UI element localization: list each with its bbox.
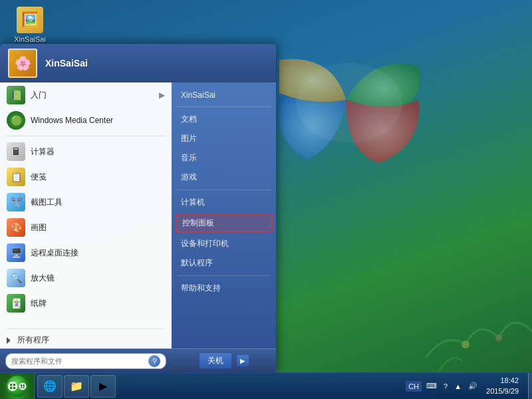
- all-programs-label: 所有程序: [17, 334, 49, 346]
- start-menu-footer: ⚲ 关机 ▶: [0, 348, 276, 372]
- svg-rect-5: [13, 384, 15, 386]
- solitaire-icon: 🃏: [7, 294, 25, 313]
- system-tray: CH ⌨ ? ▲ 🔊 18:42 2015/9/29: [400, 373, 528, 400]
- tray-volume-icon[interactable]: 🔊: [466, 380, 479, 392]
- media-icon: ▶: [96, 380, 110, 393]
- notepad-label: 便笺: [31, 172, 47, 183]
- all-programs-arrow: [7, 337, 13, 344]
- right-divider-1: [177, 106, 271, 107]
- right-item-pictures[interactable]: 图片: [172, 129, 276, 148]
- snip-icon: ✂️: [7, 193, 25, 211]
- shutdown-arrow-button[interactable]: ▶: [237, 355, 249, 366]
- tray-date: 2015/9/29: [486, 386, 519, 396]
- right-item-help[interactable]: 帮助和支持: [172, 279, 276, 298]
- intro-icon: 📗: [7, 86, 25, 104]
- taskbar-items: 🌐 📁 ▶: [35, 375, 400, 398]
- svg-point-0: [296, 63, 402, 143]
- tray-clock[interactable]: 18:42 2015/9/29: [482, 374, 523, 398]
- footer-left: ⚲: [0, 348, 172, 372]
- menu-item-rdp[interactable]: 🖥️ 远程桌面连接: [0, 240, 172, 265]
- menu-item-wmc[interactable]: 🟢 Windows Media Center: [0, 108, 172, 133]
- solitaire-label: 纸牌: [31, 298, 47, 309]
- tray-keyboard-icon: ⌨: [424, 380, 439, 392]
- divider-2: [7, 329, 165, 329]
- taskbar-media-button[interactable]: ▶: [90, 375, 116, 398]
- svg-point-2: [495, 334, 502, 341]
- svg-point-1: [462, 340, 469, 348]
- wmc-icon: 🟢: [7, 111, 25, 130]
- explorer-icon: 📁: [70, 380, 83, 393]
- magnifier-label: 放大镜: [31, 273, 55, 284]
- menu-item-calc[interactable]: 🖩 计算器: [0, 139, 172, 164]
- menu-item-snip[interactable]: ✂️ 截图工具: [0, 190, 172, 215]
- calc-icon: 🖩: [7, 142, 25, 161]
- tray-help-icon[interactable]: ?: [442, 381, 450, 392]
- footer-right: 关机 ▶: [172, 348, 276, 372]
- rdp-label: 远程桌面连接: [31, 247, 78, 259]
- right-item-username[interactable]: XinSaiSai: [172, 86, 276, 104]
- start-menu-header: 🌸 XinSaiSai: [0, 44, 276, 82]
- shutdown-button[interactable]: 关机: [200, 353, 231, 368]
- all-programs-item[interactable]: 所有程序: [0, 332, 172, 348]
- start-menu-body: 📗 入门 ▶ 🟢 Windows Media Center 🖩: [0, 82, 276, 348]
- svg-rect-6: [10, 386, 12, 388]
- menu-item-notepad[interactable]: 📋 便笺: [0, 164, 172, 190]
- right-item-music[interactable]: 音乐: [172, 148, 276, 168]
- show-desktop-button[interactable]: [528, 373, 532, 400]
- tray-network-icon[interactable]: ▲: [452, 381, 464, 392]
- search-input[interactable]: [11, 357, 146, 365]
- paint-icon: 🎨: [7, 218, 25, 237]
- paint-label: 画图: [31, 222, 47, 233]
- tray-time: 18:42: [486, 376, 519, 386]
- rdp-icon: 🖥️: [7, 243, 25, 262]
- user-avatar: 🌸: [8, 49, 37, 78]
- desktop-icon-label: XinSaiSai: [14, 35, 46, 43]
- right-item-documents[interactable]: 文档: [172, 110, 276, 129]
- right-item-defaults[interactable]: 默认程序: [172, 253, 276, 273]
- right-divider-3: [177, 275, 271, 276]
- svg-rect-7: [13, 386, 15, 388]
- menu-item-magnifier[interactable]: 🔍 放大镜: [0, 265, 172, 291]
- divider-1: [7, 136, 165, 136]
- start-button[interactable]: [0, 373, 35, 400]
- svg-rect-4: [10, 384, 12, 386]
- ie-icon: 🌐: [43, 380, 57, 393]
- desktop-icon-image: 🖼️: [17, 7, 43, 33]
- spacer: [0, 316, 172, 326]
- right-item-devices[interactable]: 设备和打印机: [172, 234, 276, 253]
- calc-label: 计算器: [31, 146, 55, 158]
- taskbar: 🌐 📁 ▶ CH ⌨ ? ▲ 🔊 18:42 2015/9/29: [0, 372, 532, 399]
- right-item-computer[interactable]: 计算机: [172, 193, 276, 212]
- username-label: XinSaiSai: [45, 58, 88, 68]
- menu-item-solitaire[interactable]: 🃏 纸牌: [0, 291, 172, 316]
- intro-arrow: ▶: [159, 90, 165, 100]
- wmc-label: Windows Media Center: [31, 116, 113, 125]
- svg-point-3: [7, 381, 17, 390]
- snip-label: 截图工具: [31, 197, 63, 208]
- right-item-games[interactable]: 游戏: [172, 168, 276, 187]
- menu-item-intro[interactable]: 📗 入门 ▶: [0, 82, 172, 108]
- desktop-icon-xinsaisai[interactable]: 🖼️ XinSaiSai: [7, 7, 53, 43]
- tray-language-indicator[interactable]: CH: [406, 381, 422, 392]
- intro-label: 入门: [31, 90, 47, 101]
- right-divider-2: [177, 190, 271, 190]
- taskbar-explorer-button[interactable]: 📁: [64, 375, 89, 398]
- menu-item-paint[interactable]: 🎨 画图: [0, 215, 172, 240]
- start-orb: [7, 376, 28, 397]
- notepad-icon: 📋: [7, 168, 25, 186]
- start-menu-right-panel: XinSaiSai 文档 图片 音乐 游戏 计算机 控制面板 设备和打印机 默认…: [172, 82, 276, 348]
- magnifier-icon: 🔍: [7, 269, 25, 287]
- start-menu: 🌸 XinSaiSai 📗 入门 ▶ 🟢 Win: [0, 44, 276, 372]
- search-go-button[interactable]: ⚲: [148, 355, 160, 367]
- desktop: 🖼️ XinSaiSai 🌸 XinSaiSai 📗 入门 ▶: [0, 0, 532, 399]
- taskbar-ie-button[interactable]: 🌐: [37, 375, 63, 398]
- start-menu-left-panel: 📗 入门 ▶ 🟢 Windows Media Center 🖩: [0, 82, 172, 348]
- search-box[interactable]: ⚲: [5, 353, 166, 369]
- right-item-controlpanel[interactable]: 控制面板: [176, 213, 272, 233]
